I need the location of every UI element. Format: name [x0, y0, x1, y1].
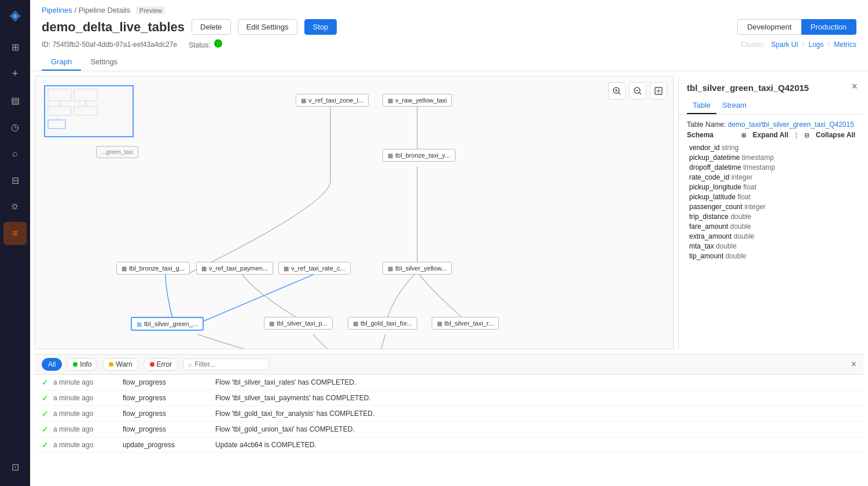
tab-graph[interactable]: Graph [42, 54, 81, 71]
title-row: demo_delta_live_tables Delete Edit Setti… [42, 19, 856, 35]
filter-input[interactable] [194, 360, 264, 368]
log-time: a minute ago [53, 425, 123, 433]
node-v-ref-taxi-paym[interactable]: ▦ v_ref_taxi_paymen... [196, 262, 273, 275]
zoom-out-button[interactable] [629, 82, 646, 100]
log-time: a minute ago [53, 410, 123, 418]
log-row: ✓ a minute ago update_progress Update a4… [35, 437, 863, 453]
cluster-spark-link[interactable]: Spark UI [771, 41, 799, 49]
panel-tabs: Table Stream [679, 97, 863, 115]
preview-badge: Preview [136, 6, 165, 14]
tab-settings[interactable]: Settings [81, 54, 127, 71]
schema-field-row: vendor_id string [687, 144, 855, 152]
node-tbl-silver-yellow[interactable]: ▦ tbl_silver_yellow... [382, 262, 452, 275]
schema-field-row: tip_amount double [687, 252, 855, 260]
svg-rect-1 [74, 89, 97, 101]
node-tbl-silver-green[interactable]: ▦ tbl_silver_green_... [131, 317, 204, 331]
sidebar-item-add[interactable]: + [3, 62, 27, 85]
env-dev-button[interactable]: Development [737, 19, 801, 35]
svg-line-14 [639, 93, 641, 94]
log-status-icon: ✓ [42, 440, 53, 450]
node-v-ref-taxi-rate-c[interactable]: ▦ v_ref_taxi_rate_c... [278, 262, 351, 275]
stop-button[interactable]: Stop [304, 19, 337, 35]
node-icon: ▦ [388, 152, 393, 159]
fit-button[interactable] [650, 82, 667, 100]
panel-tab-table[interactable]: Table [687, 97, 716, 114]
log-status-icon: ✓ [42, 425, 53, 434]
log-message: Flow 'tbl_gold_taxi_for_analysis' has CO… [215, 410, 856, 418]
log-row: ✓ a minute ago flow_progress Flow 'tbl_s… [35, 390, 863, 406]
expand-icon: ⊞ [741, 132, 746, 138]
node-v-raw-yellow-taxi[interactable]: ▦ v_raw_yellow_taxi [382, 94, 452, 107]
panel-title: tbl_silver_green_taxi_Q42015 [679, 76, 863, 97]
schema-field-row: fare_amount double [687, 222, 855, 231]
log-time: a minute ago [53, 394, 123, 402]
log-message: Flow 'tbl_silver_taxi_payments' has COMP… [215, 394, 856, 402]
node-icon: ▦ [301, 97, 306, 104]
panel-close-button[interactable]: × [851, 81, 858, 93]
log-type: update_progress [123, 441, 215, 449]
svg-rect-2 [48, 107, 71, 115]
node-icon: ▦ [137, 321, 142, 327]
delete-button[interactable]: Delete [192, 19, 231, 35]
cluster-logs-link[interactable]: Logs [808, 41, 823, 49]
node-icon: ▦ [269, 320, 274, 327]
warn-dot [109, 362, 113, 367]
breadcrumb-pipelines[interactable]: Pipelines [42, 6, 72, 14]
expand-all-link[interactable]: Expand All [753, 131, 789, 139]
node-v-ref-taxi-zone[interactable]: ▦ v_ref_taxi_zone_l... [296, 94, 369, 107]
node-icon: ▦ [353, 320, 358, 327]
graph-controls [608, 82, 667, 100]
log-type: flow_progress [123, 410, 215, 418]
logs-table: ✓ a minute ago flow_progress Flow 'tbl_s… [35, 375, 863, 481]
filter-icon: ⌕ [188, 360, 192, 368]
filter-input-wrap: ⌕ [183, 359, 269, 370]
sidebar-item-dashboard[interactable]: ⊟ [3, 169, 27, 192]
panel-body: Table Name: demo_taxi/tbl_silver_green_t… [679, 115, 863, 349]
graph-area[interactable]: ▦ v_ref_taxi_zone_l... ▦ v_raw_yellow_ta… [35, 76, 674, 349]
node-bronze-green-mini[interactable]: ...green_taxi [96, 146, 138, 158]
minimap[interactable] [44, 85, 134, 137]
log-row: ✓ a minute ago flow_progress Flow 'tbl_g… [35, 422, 863, 437]
log-filter-error[interactable]: Error [144, 358, 179, 371]
log-type: flow_progress [123, 394, 215, 402]
panel-tab-stream[interactable]: Stream [716, 97, 752, 114]
node-tbl-silver-taxi-p[interactable]: ▦ tbl_silver_taxi_p... [264, 317, 333, 330]
main-content: Pipelines / Pipeline Details Preview dem… [30, 0, 868, 486]
sidebar-item-search[interactable]: ⌕ [3, 142, 27, 165]
collapse-all-link[interactable]: Collapse All [816, 131, 855, 139]
log-filter-warn[interactable]: Warn [102, 358, 138, 371]
sidebar-item-history[interactable]: ◷ [3, 115, 27, 138]
log-filter-all[interactable]: All [42, 358, 62, 371]
log-status-icon: ✓ [42, 393, 53, 403]
node-tbl-gold-taxi-for[interactable]: ▦ tbl_gold_taxi_for... [348, 317, 417, 330]
env-prod-button[interactable]: Production [801, 19, 856, 35]
schema-field-row: pickup_longitude float [687, 183, 855, 191]
logs-panel: All Info Warn Error ⌕ × ✓ a minute ago f… [35, 354, 863, 481]
sidebar-item-data[interactable]: ▤ [3, 89, 27, 112]
log-time: a minute ago [53, 378, 123, 386]
schema-label: Schema [687, 131, 713, 139]
zoom-in-button[interactable] [608, 82, 626, 100]
svg-rect-0 [48, 89, 71, 101]
cluster-links: Cluster: Spark UI / Logs / Metrics [739, 41, 856, 49]
schema-field-row: passenger_count integer [687, 203, 855, 211]
node-icon: ▦ [122, 265, 127, 272]
log-filter-info[interactable]: Info [67, 358, 98, 371]
cluster-metrics-link[interactable]: Metrics [834, 41, 856, 49]
sidebar-item-pipelines[interactable]: ≡ [3, 222, 27, 245]
table-name-link[interactable]: demo_taxi/tbl_silver_green_taxi_Q42015 [728, 120, 854, 129]
right-panel: × tbl_silver_green_taxi_Q42015 Table Str… [678, 76, 863, 349]
sidebar-item-bottom[interactable]: ⊡ [3, 455, 27, 478]
log-time: a minute ago [53, 441, 123, 449]
node-icon: ▦ [388, 265, 393, 272]
edit-settings-button[interactable]: Edit Settings [238, 19, 297, 35]
logs-close-button[interactable]: × [851, 359, 856, 370]
node-icon: ▦ [201, 265, 207, 272]
meta-row: ID: 754f3fb2-50af-4ddb-97a1-eef43a4dc27e… [42, 39, 856, 49]
sidebar-item-workflows[interactable]: ⛭ [3, 195, 27, 218]
sidebar-item-home[interactable]: ⊞ [3, 35, 27, 59]
node-tbl-bronze-taxi-g[interactable]: ▦ tbl_bronze_taxi_g... [116, 262, 190, 275]
node-tbl-silver-taxi-r[interactable]: ▦ tbl_silver_taxi_r... [432, 317, 499, 330]
log-type: flow_progress [123, 425, 215, 433]
node-tbl-bronze-taxi-y[interactable]: ▦ tbl_bronze_taxi_y... [382, 149, 455, 162]
